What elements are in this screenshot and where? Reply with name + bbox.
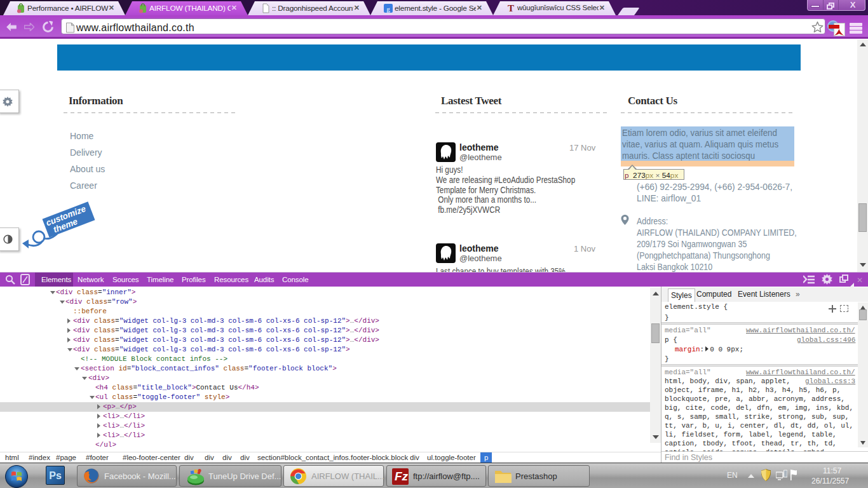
svg-text:T: T (508, 3, 514, 13)
svg-text:g: g (386, 5, 390, 13)
